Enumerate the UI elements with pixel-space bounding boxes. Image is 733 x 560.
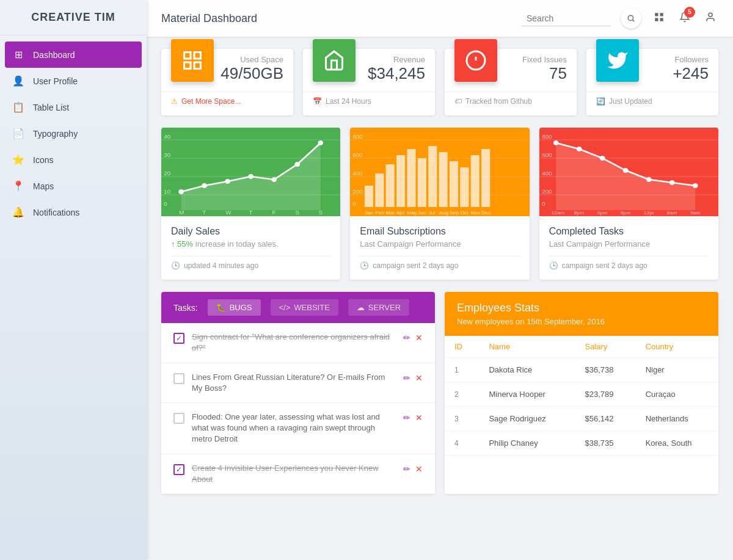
svg-text:800: 800 [353,134,363,140]
warning-icon: ⚠ [171,97,178,106]
sidebar-item-notifications[interactable]: 🔔 Notifications [0,199,147,225]
fixed-issues-footer-text: Tracked from Github [465,97,532,106]
svg-text:Mar: Mar [386,210,395,216]
chart-daily-sales: 40 30 20 10 0 M [161,128,340,280]
notifications-button[interactable]: 5 [677,9,693,28]
stat-card-followers: Followers +245 🔄 Just Updated [586,49,718,115]
task-actions-1: ✏ ✕ [403,333,423,343]
employees-header: Employees Stats New employees on 15th Se… [445,292,718,336]
tab-website[interactable]: </> WEBSITE [271,299,338,316]
charts-row: 40 30 20 10 0 M [161,128,718,280]
table-icon: 📋 [12,101,24,113]
svg-text:400: 400 [353,170,363,177]
task-delete-button-2[interactable]: ✕ [415,373,423,383]
daily-sales-body: Daily Sales ↑ 55% increase in today sale… [161,216,340,280]
sidebar-item-label: Notifications [33,208,79,217]
svg-point-6 [709,13,712,16]
chart-email-subscriptions: 800 600 400 200 0 [350,128,529,280]
svg-text:400: 400 [542,170,552,177]
sidebar-item-typography[interactable]: 📄 Typography [0,120,147,147]
get-more-space-link[interactable]: Get More Space... [181,97,241,106]
task-checkbox-1[interactable] [173,333,184,344]
tab-bugs[interactable]: 🐛 BUGS [208,299,261,316]
task-delete-button-1[interactable]: ✕ [415,333,423,343]
svg-text:W: W [225,209,231,216]
used-space-label: Used Space [216,55,283,64]
sidebar-item-dashboard[interactable]: ⊞ Dashboard [0,42,147,68]
svg-text:Dec: Dec [481,210,490,216]
task-delete-button-4[interactable]: ✕ [415,464,423,474]
task-item: Create 4 Invisible User Experiences you … [161,454,435,494]
bottom-row: Tasks: 🐛 BUGS </> WEBSITE ☁ SERVER [161,292,718,494]
tasks-label: Tasks: [173,303,198,313]
sidebar-item-label: Maps [33,181,54,191]
task-edit-button-1[interactable]: ✏ [403,333,410,343]
clock-icon-3: 🕒 [549,261,558,270]
notification-badge: 5 [684,7,695,18]
sidebar-item-user-profile[interactable]: 👤 User Profile [0,68,147,94]
task-checkbox-4[interactable] [173,464,184,475]
task-item: Flooded: One year later, assessing what … [161,403,435,454]
clock-icon-2: 🕒 [360,261,369,270]
clock-icon: 🕒 [171,261,180,270]
table-row: 3 Sage Rodriguez $56,142 Netherlands [445,407,718,431]
table-row: 4 Philip Chaney $38,735 Korea, South [445,431,718,456]
grid-button[interactable] [651,9,667,28]
employees-table: ID Name Salary Country 1 Dakota Rice $36… [445,336,718,456]
employees-table-body: 1 Dakota Rice $36,738 Niger 2 Minerva Ho… [445,358,718,456]
cell-name: Philip Chaney [479,431,575,456]
tasks-card: Tasks: 🐛 BUGS </> WEBSITE ☁ SERVER [161,292,435,494]
svg-point-26 [248,174,253,179]
icons-icon: ⭐ [12,154,24,165]
cell-id: 1 [445,358,479,382]
svg-text:0: 0 [164,201,167,208]
task-edit-button-4[interactable]: ✏ [403,464,410,474]
revenue-footer-text: Last 24 Hours [326,97,371,106]
task-checkbox-2[interactable] [173,373,184,384]
svg-point-25 [225,179,230,184]
employees-subtitle: New employees on 15th September, 2016 [457,317,706,326]
calendar-icon: 📅 [313,97,322,106]
daily-sales-title: Daily Sales [171,226,330,237]
svg-point-85 [693,183,698,188]
refresh-icon: 🔄 [596,97,605,106]
profile-button[interactable] [702,9,718,28]
revenue-footer: 📅 Last 24 Hours [303,92,435,106]
tab-server[interactable]: ☁ SERVER [348,299,409,316]
sidebar-item-maps[interactable]: 📍 Maps [0,173,147,199]
sidebar-item-table-list[interactable]: 📋 Table List [0,94,147,120]
search-input[interactable] [527,13,606,23]
sidebar-item-label: Dashboard [33,50,75,60]
svg-text:Aug: Aug [439,210,449,216]
search-box[interactable] [522,11,611,26]
followers-value: +245 [641,64,709,83]
svg-line-1 [633,20,635,22]
svg-text:Oct: Oct [461,210,469,216]
task-edit-button-2[interactable]: ✏ [403,373,410,383]
task-delete-button-3[interactable]: ✕ [415,413,423,423]
svg-text:Sep: Sep [450,210,459,216]
svg-rect-5 [660,18,663,21]
revenue-icon [313,39,356,82]
svg-rect-46 [365,186,373,207]
search-button[interactable] [621,8,641,29]
svg-point-29 [318,140,323,145]
svg-rect-7 [184,53,191,59]
task-checkbox-3[interactable] [173,413,184,424]
task-edit-button-3[interactable]: ✏ [403,413,410,423]
svg-text:12pr: 12pr [643,210,654,216]
svg-point-80 [576,147,582,151]
svg-point-24 [202,183,207,188]
svg-point-28 [294,162,300,167]
sidebar-item-icons[interactable]: ⭐ Icons [0,147,147,173]
daily-sales-footer: 🕒 updated 4 minutes ago [171,256,330,270]
followers-icon [596,39,639,82]
cell-name: Dakota Rice [479,358,575,382]
cell-name: Sage Rodriguez [479,407,575,431]
cell-salary: $38,735 [575,431,636,456]
main-content: Material Dashboard 5 [147,0,733,560]
svg-rect-50 [407,149,416,207]
svg-rect-3 [660,13,663,16]
svg-rect-47 [376,173,384,207]
sidebar-item-label: User Profile [33,76,78,86]
